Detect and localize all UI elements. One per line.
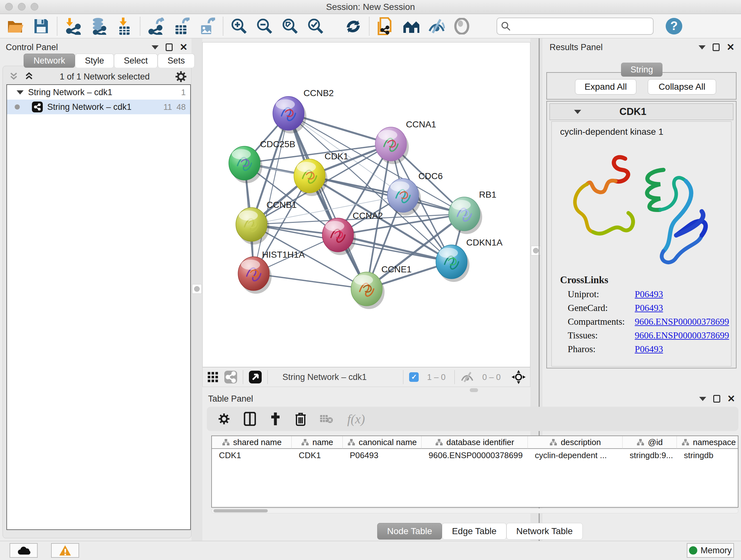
hide-selected-eye-icon[interactable]	[428, 17, 445, 35]
network-share-view-icon[interactable]	[224, 371, 237, 383]
tab-edge-table[interactable]: Edge Table	[442, 523, 507, 540]
node-CDKN1A[interactable]: CDKN1A	[436, 238, 502, 282]
selected-nodes-checkbox[interactable]: ✓	[409, 372, 419, 382]
gear-icon[interactable]	[175, 71, 187, 83]
column-header-description[interactable]: description	[528, 436, 623, 449]
zoom-fit-icon[interactable]	[281, 17, 299, 35]
table-cell[interactable]: cyclin-dependent ...	[528, 449, 623, 462]
crosslink-compartments-link[interactable]: 9606.ENSP00000378699	[635, 316, 729, 327]
delete-column-trash-icon[interactable]	[295, 412, 307, 426]
tab-style[interactable]: Style	[75, 54, 114, 68]
birds-eye-home-icon[interactable]	[402, 17, 419, 35]
table-horizontal-scrollbar[interactable]	[211, 508, 738, 513]
crosslink-pharos-link[interactable]: P06493	[635, 344, 663, 354]
collapse-all-chevron-icon[interactable]	[8, 71, 19, 82]
zoom-selected-icon[interactable]	[307, 17, 324, 35]
save-session-icon[interactable]	[32, 17, 50, 35]
search-input[interactable]	[513, 21, 647, 31]
export-image-icon[interactable]	[199, 17, 216, 35]
scrollbar-thumb[interactable]	[213, 509, 268, 512]
crosslink-genecard-link[interactable]: P06493	[635, 303, 663, 313]
memory-button[interactable]: Memory	[687, 543, 734, 558]
crosslink-tissues-link[interactable]: 9606.ENSP00000378699	[635, 330, 729, 341]
tab-network[interactable]: Network	[23, 54, 75, 68]
network-canvas[interactable]: CCNB2CCNA1CDC25BCDK1CDC6RB1CCNB1CCNA2CDK…	[202, 42, 530, 367]
help-icon[interactable]: ?	[665, 17, 682, 35]
table-settings-gear-icon[interactable]	[218, 413, 230, 425]
expand-all-button[interactable]: Expand All	[575, 79, 636, 95]
clone-network-icon[interactable]	[377, 17, 394, 35]
crosslink-uniprot-link[interactable]: P06493	[635, 289, 663, 300]
left-splitter-handle[interactable]	[192, 284, 202, 294]
import-network-database-icon[interactable]	[90, 17, 107, 35]
zoom-window-button[interactable]	[30, 3, 38, 10]
control-panel-collapse-icon[interactable]	[151, 45, 158, 50]
minimize-window-button[interactable]	[18, 3, 25, 10]
import-network-file-icon[interactable]	[64, 17, 82, 35]
hidden-eye-icon[interactable]	[461, 372, 474, 382]
show-all-eye-icon[interactable]	[453, 17, 470, 35]
zoom-out-icon[interactable]	[256, 17, 273, 35]
column-header-database-identifier[interactable]: database identifier	[421, 436, 528, 449]
control-panel-close-icon[interactable]: ✕	[180, 43, 188, 52]
tab-network-table[interactable]: Network Table	[507, 523, 583, 540]
node-CDC6[interactable]: CDC6	[387, 171, 443, 215]
export-table-icon[interactable]	[173, 17, 190, 35]
warnings-button[interactable]	[51, 543, 79, 558]
tab-string[interactable]: String	[621, 63, 663, 77]
results-panel-collapse-icon[interactable]	[698, 45, 705, 50]
cloud-button[interactable]	[10, 543, 38, 558]
table-cell[interactable]: P06493	[343, 449, 421, 462]
show-columns-icon[interactable]	[244, 412, 256, 426]
results-panel-close-icon[interactable]: ✕	[727, 43, 735, 52]
expand-all-chevron-icon[interactable]	[23, 71, 35, 82]
column-header-@id[interactable]: @id	[623, 436, 677, 449]
open-session-icon[interactable]	[7, 17, 24, 35]
add-column-icon[interactable]	[269, 412, 281, 426]
table-panel-float-icon[interactable]	[713, 395, 720, 402]
gene-section-header[interactable]: CDK1	[549, 104, 733, 120]
control-panel-float-icon[interactable]	[165, 44, 173, 51]
delete-table-icon[interactable]	[320, 414, 334, 424]
table-cell[interactable]: stringdb:9...	[623, 449, 677, 462]
network-collection-row[interactable]: String Network – cdk1 1	[7, 85, 190, 100]
edge-CCNB2-CCNE1[interactable]	[288, 113, 367, 289]
zoom-in-icon[interactable]	[230, 17, 248, 35]
fit-selected-crosshair-icon[interactable]	[512, 370, 526, 384]
node-CCNE1[interactable]: CCNE1	[351, 264, 412, 309]
column-header-shared-name[interactable]: shared name	[212, 436, 292, 449]
column-header-namespace[interactable]: namespace	[677, 436, 738, 449]
node-RB1[interactable]: RB1	[449, 190, 496, 234]
edge-CDK1-RB1[interactable]	[310, 176, 464, 214]
bottom-splitter-handle[interactable]	[470, 388, 478, 392]
window-controls[interactable]	[5, 3, 38, 10]
function-builder-icon[interactable]: f(x)	[347, 412, 365, 427]
refresh-icon[interactable]	[345, 17, 362, 35]
table-cell[interactable]: stringdb	[677, 449, 738, 462]
close-window-button[interactable]	[5, 3, 13, 10]
table-cell[interactable]: 9606.ENSP00000378699	[421, 449, 528, 462]
table-row[interactable]: CDK1CDK1P064939606.ENSP00000378699cyclin…	[212, 449, 738, 462]
table-panel-close-icon[interactable]: ✕	[727, 394, 735, 403]
results-scroll-area[interactable]: CDK1 cyclin-dependent kinase 1 CrossLink…	[546, 101, 737, 368]
export-network-icon[interactable]	[147, 17, 165, 35]
tree-expand-icon[interactable]	[17, 90, 23, 95]
tab-select[interactable]: Select	[114, 54, 158, 68]
column-header-canonical-name[interactable]: canonical name	[343, 436, 421, 449]
tab-sets[interactable]: Sets	[158, 54, 195, 68]
results-panel-float-icon[interactable]	[713, 44, 720, 51]
node-HIST1H1A[interactable]: HIST1H1A	[238, 250, 305, 294]
node-table[interactable]: shared namenamecanonical namedatabase id…	[211, 435, 738, 508]
network-row-selected[interactable]: String Network – cdk1 11 48	[7, 100, 190, 114]
import-table-icon[interactable]	[116, 17, 133, 35]
tab-node-table[interactable]: Node Table	[377, 523, 442, 540]
left-splitter[interactable]	[192, 38, 202, 541]
gene-collapse-icon[interactable]	[574, 110, 581, 114]
table-panel-collapse-icon[interactable]	[699, 397, 706, 401]
column-header-name[interactable]: name	[292, 436, 343, 449]
toolbar-search[interactable]	[496, 17, 654, 35]
grid-view-icon[interactable]	[207, 371, 219, 383]
collapse-all-button[interactable]: Collapse All	[648, 79, 716, 95]
table-cell[interactable]: CDK1	[212, 449, 292, 462]
table-cell[interactable]: CDK1	[292, 449, 343, 462]
